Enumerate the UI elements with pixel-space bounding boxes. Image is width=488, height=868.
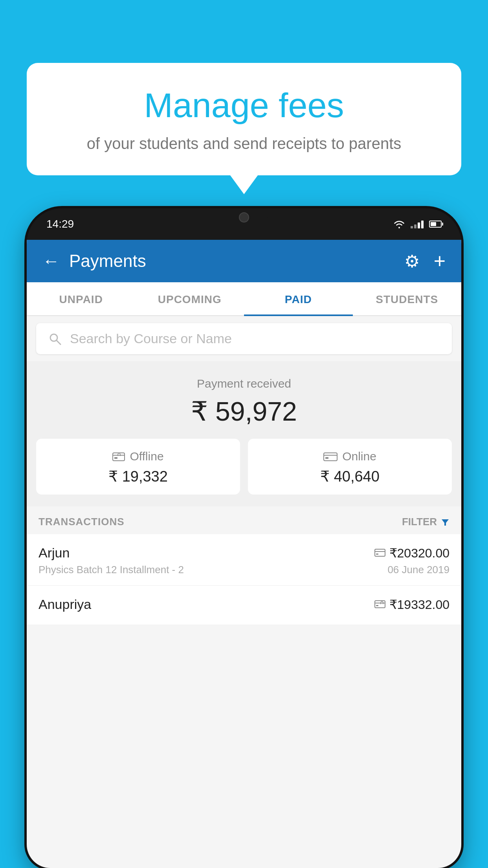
transaction-amount: ₹20320.00: [389, 546, 449, 561]
transaction-top: Anupriya ₹19332.00: [39, 597, 449, 612]
bubble-title: Manage fees: [46, 86, 442, 125]
tabs-bar: UNPAID UPCOMING PAID STUDENTS: [27, 282, 461, 316]
status-time: 14:29: [46, 218, 74, 230]
svg-rect-7: [375, 549, 385, 556]
search-placeholder: Search by Course or Name: [70, 331, 232, 346]
payment-cards: Offline ₹ 19,332 Online ₹ 40,640: [36, 439, 452, 495]
tab-students[interactable]: STUDENTS: [353, 282, 462, 316]
online-card-header: Online: [257, 450, 442, 463]
svg-rect-4: [324, 453, 337, 461]
tab-unpaid[interactable]: UNPAID: [27, 282, 136, 316]
transaction-amount-wrapper: ₹20320.00: [374, 546, 449, 561]
transaction-detail: Physics Batch 12 Installment - 2: [39, 564, 184, 576]
svg-line-1: [57, 340, 61, 344]
transaction-name: Arjun: [39, 545, 70, 561]
payment-summary: Payment received ₹ 59,972 Offline ₹ 19,: [27, 361, 461, 506]
camera: [239, 212, 249, 223]
wifi-icon: [393, 220, 405, 228]
transaction-date: 06 June 2019: [387, 564, 449, 576]
svg-rect-3: [114, 457, 117, 459]
search-icon: [48, 332, 62, 346]
offline-amount: ₹ 19,332: [46, 468, 231, 485]
svg-rect-5: [325, 457, 328, 459]
status-icons: [393, 220, 442, 228]
online-transaction-icon: [374, 549, 385, 557]
payment-total-amount: ₹ 59,972: [36, 396, 452, 427]
offline-card: Offline ₹ 19,332: [36, 439, 240, 495]
transaction-amount: ₹19332.00: [389, 597, 449, 612]
tab-paid[interactable]: PAID: [244, 282, 353, 316]
back-button[interactable]: ←: [42, 251, 60, 271]
add-button[interactable]: +: [434, 249, 446, 273]
online-label: Online: [342, 450, 376, 463]
online-payment-icon: [323, 451, 338, 462]
header-left: ← Payments: [42, 251, 146, 271]
signal-icon: [411, 220, 424, 228]
transactions-header: TRANSACTIONS FILTER: [27, 506, 461, 534]
filter-button[interactable]: FILTER: [402, 516, 449, 528]
offline-label: Offline: [130, 450, 163, 463]
phone-frame: 14:29: [27, 208, 461, 868]
filter-icon: [441, 518, 449, 526]
transaction-name: Anupriya: [39, 597, 91, 612]
settings-icon[interactable]: ⚙: [404, 251, 420, 271]
transaction-row[interactable]: Arjun ₹20320.00 Physics Batch 12 Install…: [27, 534, 461, 586]
search-bar[interactable]: Search by Course or Name: [36, 323, 452, 354]
transaction-amount-wrapper: ₹19332.00: [374, 597, 449, 612]
offline-card-header: Offline: [46, 450, 231, 463]
speech-bubble: Manage fees of your students and send re…: [27, 63, 461, 175]
svg-rect-9: [376, 554, 378, 555]
svg-rect-2: [113, 453, 125, 461]
header-title: Payments: [69, 251, 146, 271]
svg-rect-10: [375, 601, 385, 608]
payment-received-label: Payment received: [36, 377, 452, 390]
transaction-top: Arjun ₹20320.00: [39, 545, 449, 561]
filter-label: FILTER: [402, 516, 437, 528]
app-header: ← Payments ⚙ +: [27, 240, 461, 282]
phone-notch: [220, 208, 268, 226]
bubble-subtitle: of your students and send receipts to pa…: [46, 133, 442, 154]
svg-marker-6: [442, 519, 449, 526]
phone-screen: ← Payments ⚙ + UNPAID UPCOMING PAID STUD…: [27, 240, 461, 868]
header-right: ⚙ +: [404, 249, 446, 273]
transaction-bottom: Physics Batch 12 Installment - 2 06 June…: [39, 564, 449, 576]
tab-upcoming[interactable]: UPCOMING: [136, 282, 244, 316]
svg-rect-12: [376, 605, 378, 606]
offline-payment-icon: [112, 451, 125, 462]
transactions-label: TRANSACTIONS: [39, 516, 125, 528]
status-bar: 14:29: [27, 208, 461, 240]
online-card: Online ₹ 40,640: [248, 439, 452, 495]
offline-transaction-icon: [374, 600, 385, 609]
transaction-row[interactable]: Anupriya ₹19332.00: [27, 586, 461, 625]
battery-icon: [429, 221, 442, 228]
online-amount: ₹ 40,640: [257, 468, 442, 485]
